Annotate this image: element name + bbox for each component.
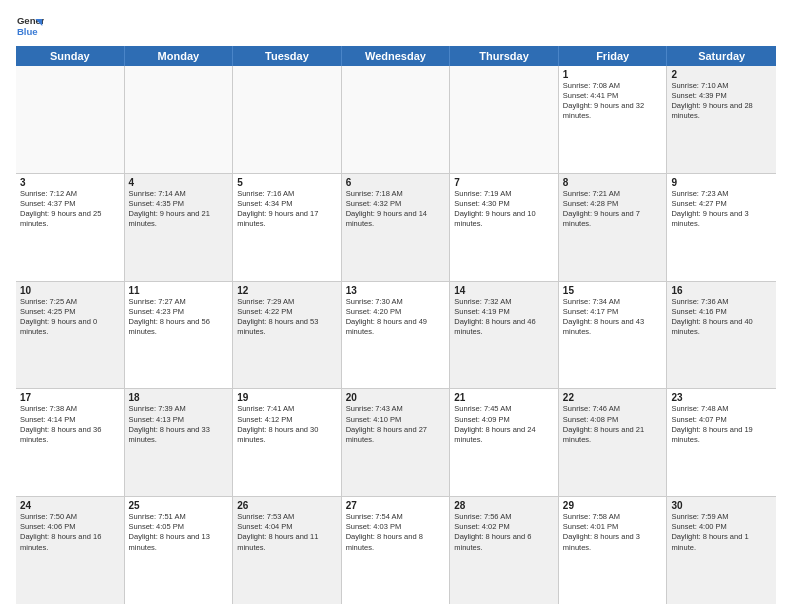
day-number: 4 [129,177,229,188]
day-number: 8 [563,177,663,188]
day-cell-24: 24Sunrise: 7:50 AM Sunset: 4:06 PM Dayli… [16,497,125,604]
day-info: Sunrise: 7:08 AM Sunset: 4:41 PM Dayligh… [563,81,663,122]
calendar-week-5: 24Sunrise: 7:50 AM Sunset: 4:06 PM Dayli… [16,497,776,604]
day-number: 6 [346,177,446,188]
day-number: 2 [671,69,772,80]
svg-text:Blue: Blue [17,26,38,37]
page: General Blue SundayMondayTuesdayWednesda… [0,0,792,612]
day-cell-18: 18Sunrise: 7:39 AM Sunset: 4:13 PM Dayli… [125,389,234,496]
day-number: 7 [454,177,554,188]
calendar-week-1: 1Sunrise: 7:08 AM Sunset: 4:41 PM Daylig… [16,66,776,174]
empty-cell [233,66,342,173]
day-number: 15 [563,285,663,296]
day-number: 5 [237,177,337,188]
day-number: 19 [237,392,337,403]
day-cell-6: 6Sunrise: 7:18 AM Sunset: 4:32 PM Daylig… [342,174,451,281]
day-info: Sunrise: 7:23 AM Sunset: 4:27 PM Dayligh… [671,189,772,230]
day-cell-21: 21Sunrise: 7:45 AM Sunset: 4:09 PM Dayli… [450,389,559,496]
day-info: Sunrise: 7:36 AM Sunset: 4:16 PM Dayligh… [671,297,772,338]
day-cell-4: 4Sunrise: 7:14 AM Sunset: 4:35 PM Daylig… [125,174,234,281]
day-cell-10: 10Sunrise: 7:25 AM Sunset: 4:25 PM Dayli… [16,282,125,389]
day-info: Sunrise: 7:53 AM Sunset: 4:04 PM Dayligh… [237,512,337,553]
logo: General Blue [16,12,44,40]
header-day-monday: Monday [125,46,234,66]
header-day-wednesday: Wednesday [342,46,451,66]
day-info: Sunrise: 7:39 AM Sunset: 4:13 PM Dayligh… [129,404,229,445]
day-info: Sunrise: 7:10 AM Sunset: 4:39 PM Dayligh… [671,81,772,122]
day-info: Sunrise: 7:14 AM Sunset: 4:35 PM Dayligh… [129,189,229,230]
header-day-saturday: Saturday [667,46,776,66]
day-info: Sunrise: 7:19 AM Sunset: 4:30 PM Dayligh… [454,189,554,230]
day-cell-22: 22Sunrise: 7:46 AM Sunset: 4:08 PM Dayli… [559,389,668,496]
day-info: Sunrise: 7:50 AM Sunset: 4:06 PM Dayligh… [20,512,120,553]
day-info: Sunrise: 7:12 AM Sunset: 4:37 PM Dayligh… [20,189,120,230]
day-cell-27: 27Sunrise: 7:54 AM Sunset: 4:03 PM Dayli… [342,497,451,604]
day-number: 22 [563,392,663,403]
day-cell-2: 2Sunrise: 7:10 AM Sunset: 4:39 PM Daylig… [667,66,776,173]
day-info: Sunrise: 7:51 AM Sunset: 4:05 PM Dayligh… [129,512,229,553]
calendar: SundayMondayTuesdayWednesdayThursdayFrid… [16,46,776,604]
day-info: Sunrise: 7:45 AM Sunset: 4:09 PM Dayligh… [454,404,554,445]
empty-cell [450,66,559,173]
day-cell-3: 3Sunrise: 7:12 AM Sunset: 4:37 PM Daylig… [16,174,125,281]
day-info: Sunrise: 7:21 AM Sunset: 4:28 PM Dayligh… [563,189,663,230]
calendar-header: SundayMondayTuesdayWednesdayThursdayFrid… [16,46,776,66]
day-cell-28: 28Sunrise: 7:56 AM Sunset: 4:02 PM Dayli… [450,497,559,604]
header-day-tuesday: Tuesday [233,46,342,66]
day-info: Sunrise: 7:16 AM Sunset: 4:34 PM Dayligh… [237,189,337,230]
day-cell-25: 25Sunrise: 7:51 AM Sunset: 4:05 PM Dayli… [125,497,234,604]
day-info: Sunrise: 7:46 AM Sunset: 4:08 PM Dayligh… [563,404,663,445]
day-info: Sunrise: 7:38 AM Sunset: 4:14 PM Dayligh… [20,404,120,445]
day-cell-7: 7Sunrise: 7:19 AM Sunset: 4:30 PM Daylig… [450,174,559,281]
calendar-week-2: 3Sunrise: 7:12 AM Sunset: 4:37 PM Daylig… [16,174,776,282]
day-number: 13 [346,285,446,296]
day-number: 25 [129,500,229,511]
day-info: Sunrise: 7:30 AM Sunset: 4:20 PM Dayligh… [346,297,446,338]
day-info: Sunrise: 7:18 AM Sunset: 4:32 PM Dayligh… [346,189,446,230]
day-cell-15: 15Sunrise: 7:34 AM Sunset: 4:17 PM Dayli… [559,282,668,389]
day-number: 20 [346,392,446,403]
day-number: 1 [563,69,663,80]
day-info: Sunrise: 7:43 AM Sunset: 4:10 PM Dayligh… [346,404,446,445]
day-cell-8: 8Sunrise: 7:21 AM Sunset: 4:28 PM Daylig… [559,174,668,281]
empty-cell [125,66,234,173]
day-cell-30: 30Sunrise: 7:59 AM Sunset: 4:00 PM Dayli… [667,497,776,604]
calendar-week-4: 17Sunrise: 7:38 AM Sunset: 4:14 PM Dayli… [16,389,776,497]
day-info: Sunrise: 7:48 AM Sunset: 4:07 PM Dayligh… [671,404,772,445]
day-info: Sunrise: 7:29 AM Sunset: 4:22 PM Dayligh… [237,297,337,338]
day-cell-1: 1Sunrise: 7:08 AM Sunset: 4:41 PM Daylig… [559,66,668,173]
day-cell-26: 26Sunrise: 7:53 AM Sunset: 4:04 PM Dayli… [233,497,342,604]
day-number: 27 [346,500,446,511]
empty-cell [342,66,451,173]
day-cell-20: 20Sunrise: 7:43 AM Sunset: 4:10 PM Dayli… [342,389,451,496]
day-number: 3 [20,177,120,188]
day-info: Sunrise: 7:58 AM Sunset: 4:01 PM Dayligh… [563,512,663,553]
day-cell-23: 23Sunrise: 7:48 AM Sunset: 4:07 PM Dayli… [667,389,776,496]
day-number: 26 [237,500,337,511]
day-info: Sunrise: 7:54 AM Sunset: 4:03 PM Dayligh… [346,512,446,553]
calendar-week-3: 10Sunrise: 7:25 AM Sunset: 4:25 PM Dayli… [16,282,776,390]
day-number: 28 [454,500,554,511]
day-number: 30 [671,500,772,511]
day-number: 17 [20,392,120,403]
day-number: 14 [454,285,554,296]
day-number: 12 [237,285,337,296]
day-cell-19: 19Sunrise: 7:41 AM Sunset: 4:12 PM Dayli… [233,389,342,496]
day-number: 9 [671,177,772,188]
day-info: Sunrise: 7:59 AM Sunset: 4:00 PM Dayligh… [671,512,772,553]
day-number: 23 [671,392,772,403]
day-info: Sunrise: 7:27 AM Sunset: 4:23 PM Dayligh… [129,297,229,338]
day-number: 18 [129,392,229,403]
day-number: 11 [129,285,229,296]
day-cell-29: 29Sunrise: 7:58 AM Sunset: 4:01 PM Dayli… [559,497,668,604]
day-cell-11: 11Sunrise: 7:27 AM Sunset: 4:23 PM Dayli… [125,282,234,389]
day-number: 21 [454,392,554,403]
day-number: 29 [563,500,663,511]
empty-cell [16,66,125,173]
day-cell-16: 16Sunrise: 7:36 AM Sunset: 4:16 PM Dayli… [667,282,776,389]
day-number: 16 [671,285,772,296]
header-day-sunday: Sunday [16,46,125,66]
day-cell-12: 12Sunrise: 7:29 AM Sunset: 4:22 PM Dayli… [233,282,342,389]
day-info: Sunrise: 7:25 AM Sunset: 4:25 PM Dayligh… [20,297,120,338]
day-number: 24 [20,500,120,511]
